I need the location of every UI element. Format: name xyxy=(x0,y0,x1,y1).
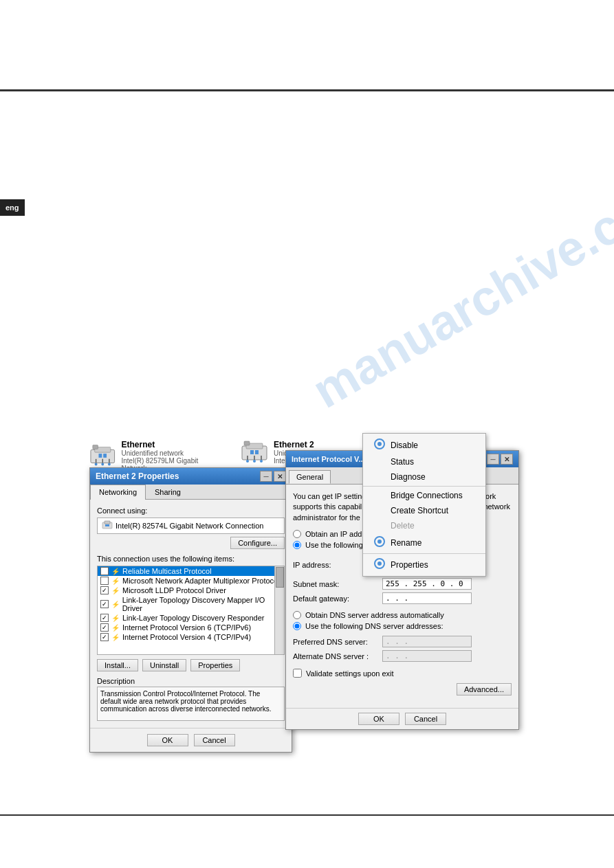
context-menu-delete[interactable]: Delete xyxy=(363,518,485,533)
list-icon-4: ⚡ xyxy=(111,601,120,608)
properties-icon xyxy=(374,558,385,571)
eth-minimize-btn[interactable]: ─ xyxy=(260,471,272,482)
svg-point-8 xyxy=(101,463,104,466)
uninstall-button[interactable]: Uninstall xyxy=(142,659,186,671)
tab-networking[interactable]: Networking xyxy=(90,485,146,500)
svg-rect-29 xyxy=(105,521,110,524)
list-item-label-6: Internet Protocol Version 6 (TCP/IPv6) xyxy=(122,623,251,632)
items-list[interactable]: ✓ ⚡ Reliable Multicast Protocol ⚡ Micros… xyxy=(97,566,285,655)
subnet-mask-label: Subnet mask: xyxy=(293,580,382,588)
default-gateway-row: Default gateway: . . . xyxy=(293,592,512,604)
list-checkbox-5[interactable]: ✓ xyxy=(100,614,109,622)
ip-ok-button[interactable]: OK xyxy=(358,713,399,725)
context-menu-diagnose[interactable]: Diagnose xyxy=(363,469,485,485)
obtain-auto-radio[interactable] xyxy=(293,530,301,538)
use-dns-radio[interactable] xyxy=(293,622,301,630)
context-menu-bridge[interactable]: Bridge Connections xyxy=(363,488,485,503)
disable-icon xyxy=(374,438,385,452)
ethernet2-name: Ethernet 2 xyxy=(274,440,371,449)
use-following-radio[interactable] xyxy=(293,541,301,549)
list-icon-5: ⚡ xyxy=(111,614,120,622)
eth-ok-button[interactable]: OK xyxy=(147,734,188,746)
eng-tab: eng xyxy=(0,199,25,216)
svg-rect-30 xyxy=(105,524,107,526)
list-item-label-3: Microsoft LLDP Protocol Driver xyxy=(122,586,226,594)
list-item[interactable]: ⚡ Microsoft Network Adapter Multiplexor … xyxy=(98,576,284,586)
dns-radio-group: Obtain DNS server address automatically … xyxy=(293,611,512,630)
svg-point-18 xyxy=(246,460,249,463)
list-icon-7: ⚡ xyxy=(111,634,120,641)
context-menu-disable[interactable]: Disable xyxy=(363,436,485,454)
install-button[interactable]: Install... xyxy=(97,659,138,671)
list-checkbox-4[interactable]: ✓ xyxy=(100,600,109,608)
context-separator-2 xyxy=(363,553,485,554)
list-item[interactable]: ✓ ⚡ Internet Protocol Version 4 (TCP/IPv… xyxy=(98,632,284,642)
advanced-btn-container: Advanced... xyxy=(293,683,512,695)
list-checkbox-6[interactable]: ✓ xyxy=(100,623,109,632)
titlebar-controls: ─ ✕ xyxy=(260,471,286,482)
ip-minimize-btn[interactable]: ─ xyxy=(487,454,499,465)
context-separator-1 xyxy=(363,486,485,487)
svg-rect-31 xyxy=(107,524,109,526)
preferred-dns-value[interactable]: . . . xyxy=(382,636,472,647)
scrollbar-thumb[interactable] xyxy=(276,567,284,588)
items-list-scrollbar[interactable] xyxy=(274,566,284,654)
svg-rect-10 xyxy=(93,445,98,449)
list-item[interactable]: ✓ ⚡ Microsoft LLDP Protocol Driver xyxy=(98,586,284,595)
list-checkbox-3[interactable]: ✓ xyxy=(100,586,109,594)
list-item[interactable]: ✓ ⚡ Link-Layer Topology Discovery Respon… xyxy=(98,613,284,623)
validate-row: Validate settings upon exit xyxy=(293,669,512,678)
list-checkbox-1[interactable]: ✓ xyxy=(100,567,109,575)
eth-close-btn[interactable]: ✕ xyxy=(274,471,286,482)
description-box: Transmission Control Protocol/Internet P… xyxy=(97,687,285,721)
context-menu-properties[interactable]: Properties xyxy=(363,555,485,574)
preferred-dns-row: Preferred DNS server: . . . xyxy=(293,636,512,647)
default-gateway-value[interactable]: . . . xyxy=(382,592,472,604)
context-menu-shortcut[interactable]: Create Shortcut xyxy=(363,503,485,518)
eth-cancel-button[interactable]: Cancel xyxy=(194,734,235,746)
alternate-dns-label: Alternate DNS server : xyxy=(293,652,382,660)
default-gateway-label: Default gateway: xyxy=(293,594,382,603)
context-menu-rename[interactable]: Rename xyxy=(363,533,485,552)
ethernet1-sub1: Unidentified network xyxy=(122,449,228,457)
tab-sharing[interactable]: Sharing xyxy=(146,485,190,499)
svg-rect-2 xyxy=(98,454,102,458)
context-menu-status[interactable]: Status xyxy=(363,454,485,469)
svg-point-23 xyxy=(377,442,382,446)
properties-button[interactable]: Properties xyxy=(190,659,240,671)
list-item[interactable]: ✓ ⚡ Reliable Multicast Protocol xyxy=(98,566,284,576)
svg-rect-3 xyxy=(103,454,107,458)
description-label: Description xyxy=(97,677,285,685)
list-item[interactable]: ✓ ⚡ Internet Protocol Version 6 (TCP/IPv… xyxy=(98,623,284,632)
ip-titlebar-controls: ─ ✕ xyxy=(487,454,513,465)
obtain-dns-auto-row[interactable]: Obtain DNS server address automatically xyxy=(293,611,512,619)
use-dns-row[interactable]: Use the following DNS server addresses: xyxy=(293,622,512,630)
items-label: This connection uses the following items… xyxy=(97,555,285,563)
list-checkbox-2[interactable] xyxy=(100,577,109,585)
adapter-name: Intel(R) 82574L Gigabit Network Connecti… xyxy=(116,522,263,530)
ip-ok-cancel-row: OK Cancel xyxy=(286,708,518,729)
list-item-label-7: Internet Protocol Version 4 (TCP/IPv4) xyxy=(122,633,251,641)
watermark: manuarchive.com xyxy=(303,159,614,419)
ip-general-tab[interactable]: General xyxy=(289,470,331,484)
list-item-label-5: Link-Layer Topology Discovery Responder xyxy=(122,614,264,622)
list-item[interactable]: ✓ ⚡ Link-Layer Topology Discovery Mapper… xyxy=(98,595,284,613)
ip-close-btn[interactable]: ✕ xyxy=(501,454,513,465)
alternate-dns-value[interactable]: . . . xyxy=(382,650,472,662)
validate-checkbox[interactable] xyxy=(293,669,302,678)
rename-icon xyxy=(374,536,385,549)
configure-btn-container: Configure... xyxy=(97,537,285,549)
connect-using-label: Connect using: xyxy=(97,507,285,515)
list-icon-6: ⚡ xyxy=(111,624,120,632)
list-checkbox-7[interactable]: ✓ xyxy=(100,633,109,641)
list-item-label-4: Link-Layer Topology Discovery Mapper I/O… xyxy=(122,596,281,612)
use-dns-label: Use the following DNS server addresses: xyxy=(305,622,443,630)
list-icon-2: ⚡ xyxy=(111,577,120,585)
ip-cancel-button[interactable]: Cancel xyxy=(405,713,446,725)
configure-button[interactable]: Configure... xyxy=(230,537,285,549)
advanced-button[interactable]: Advanced... xyxy=(457,683,512,695)
subnet-mask-value[interactable]: 255 . 255 . 0 . 0 xyxy=(382,578,472,590)
obtain-dns-auto-radio[interactable] xyxy=(293,611,301,619)
top-border xyxy=(0,89,614,91)
bottom-border xyxy=(0,814,614,816)
